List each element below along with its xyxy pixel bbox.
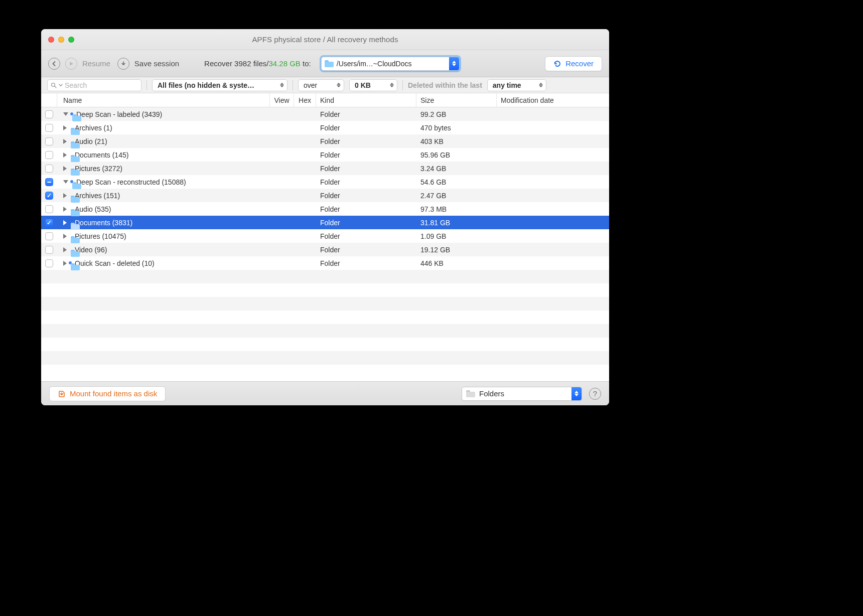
row-checkbox[interactable] (45, 178, 53, 186)
recover-icon (553, 60, 561, 68)
mount-items-button[interactable]: Mount found items as disk (49, 386, 166, 401)
col-hex[interactable]: Hex (294, 93, 316, 107)
back-button[interactable] (48, 58, 60, 70)
row-checkbox[interactable] (45, 137, 53, 145)
scan-badge-icon (70, 180, 74, 184)
row-kind: Folder (316, 192, 416, 200)
row-checkbox[interactable] (45, 151, 53, 159)
col-size[interactable]: Size (416, 93, 497, 107)
tree-row[interactable]: Audio (535)Folder97.3 MB (41, 202, 609, 216)
tree-row[interactable]: Pictures (10475)Folder1.09 GB (41, 229, 609, 243)
column-headers: Name View Hex Kind Size Modification dat… (41, 93, 609, 107)
file-tree[interactable]: Deep Scan - labeled (3439)Folder99.2 GBA… (41, 107, 609, 381)
recover-button[interactable]: Recover (545, 56, 602, 71)
row-kind: Folder (316, 246, 416, 254)
path-stepper-icon[interactable] (449, 57, 459, 70)
tree-row[interactable]: Deep Scan - reconstructed (15088)Folder5… (41, 175, 609, 189)
save-session-button[interactable] (117, 58, 129, 70)
row-size: 470 bytes (416, 124, 497, 132)
row-name: Deep Scan - labeled (3439) (76, 110, 162, 118)
row-size: 99.2 GB (416, 110, 497, 118)
disclosure-triangle-closed-icon[interactable] (63, 166, 67, 171)
deleted-within-label: Deleted within the last (408, 81, 482, 89)
disclosure-triangle-closed-icon[interactable] (63, 220, 67, 225)
chevron-updown-icon[interactable] (571, 387, 582, 400)
disclosure-triangle-closed-icon[interactable] (63, 261, 67, 266)
tree-row[interactable]: Archives (1)Folder470 bytes (41, 121, 609, 134)
row-checkbox[interactable] (45, 110, 53, 118)
col-kind[interactable]: Kind (316, 93, 416, 107)
file-filter-dropdown[interactable]: All files (no hidden & syste… (152, 79, 287, 91)
row-checkbox[interactable] (45, 259, 53, 267)
search-input[interactable]: Search (47, 79, 141, 91)
row-checkbox[interactable] (45, 246, 53, 254)
disclosure-triangle-closed-icon[interactable] (63, 234, 67, 239)
row-checkbox[interactable] (45, 192, 53, 200)
disclosure-triangle-closed-icon[interactable] (63, 247, 67, 252)
row-size: 3.24 GB (416, 165, 497, 173)
row-kind: Folder (316, 165, 416, 173)
tree-row[interactable]: Audio (21)Folder403 KB (41, 134, 609, 148)
row-size: 2.47 GB (416, 192, 497, 200)
col-check (41, 93, 57, 107)
resume-button[interactable] (65, 58, 77, 70)
row-checkbox[interactable] (45, 232, 53, 240)
row-size: 31.81 GB (416, 219, 497, 227)
empty-row (41, 338, 609, 351)
separator (147, 80, 147, 90)
tree-row[interactable]: Deep Scan - labeled (3439)Folder99.2 GB (41, 107, 609, 121)
row-kind: Folder (316, 178, 416, 186)
tree-row[interactable]: Pictures (3272)Folder3.24 GB (41, 162, 609, 175)
tree-row[interactable]: Documents (145)Folder95.96 GB (41, 148, 609, 162)
empty-row (41, 324, 609, 338)
disclosure-triangle-closed-icon[interactable] (63, 139, 67, 144)
close-window-button[interactable] (48, 37, 54, 43)
row-checkbox[interactable] (45, 219, 53, 227)
chevron-updown-icon (337, 83, 341, 87)
row-name: Audio (535) (75, 205, 111, 213)
destination-path-text: /Users/im…~CloudDocs (337, 60, 449, 68)
resume-label: Resume (82, 59, 110, 68)
col-view[interactable]: View (270, 93, 294, 107)
toolbar: Resume Save session Recover 3982 files/3… (41, 50, 609, 77)
footer-bar: Mount found items as disk Folders ? (41, 381, 609, 405)
empty-row (41, 311, 609, 324)
row-checkbox[interactable] (45, 205, 53, 213)
disclosure-triangle-open-icon[interactable] (63, 180, 68, 184)
view-mode-combo[interactable]: Folders (462, 387, 582, 401)
row-kind: Folder (316, 151, 416, 159)
tree-row[interactable]: Archives (151)Folder2.47 GB (41, 189, 609, 202)
row-checkbox[interactable] (45, 124, 53, 132)
row-size: 19.12 GB (416, 246, 497, 254)
destination-path-combo[interactable]: /Users/im…~CloudDocs (321, 57, 460, 71)
help-button[interactable]: ? (589, 388, 601, 400)
row-name: Pictures (3272) (75, 165, 122, 173)
chevron-down-icon (59, 83, 63, 87)
disclosure-triangle-closed-icon[interactable] (63, 207, 67, 212)
disclosure-triangle-closed-icon[interactable] (63, 193, 67, 198)
time-filter-dropdown[interactable]: any time (487, 79, 546, 91)
col-name[interactable]: Name (57, 93, 270, 107)
chevron-updown-icon (280, 83, 284, 87)
disclosure-triangle-open-icon[interactable] (63, 112, 68, 116)
chevron-updown-icon (539, 83, 543, 87)
tree-row[interactable]: Video (96)Folder19.12 GB (41, 243, 609, 256)
tree-row[interactable]: Documents (3831)Folder31.81 GB (41, 216, 609, 229)
time-filter-value: any time (493, 81, 521, 89)
row-kind: Folder (316, 205, 416, 213)
disclosure-triangle-closed-icon[interactable] (63, 125, 67, 130)
save-session-label: Save session (134, 59, 179, 68)
filter-bar: Search All files (no hidden & syste… ove… (41, 77, 609, 93)
zoom-window-button[interactable] (68, 37, 74, 43)
empty-row (41, 270, 609, 283)
recover-summary: Recover 3982 files/34.28 GB to: (204, 59, 311, 68)
folder-icon (466, 390, 475, 397)
size-value-dropdown[interactable]: 0 KB (349, 79, 397, 91)
tree-row[interactable]: Quick Scan - deleted (10)Folder446 KB (41, 256, 609, 270)
minimize-window-button[interactable] (58, 37, 64, 43)
row-checkbox[interactable] (45, 165, 53, 173)
col-modification-date[interactable]: Modification date (497, 93, 609, 107)
size-relation-dropdown[interactable]: over (298, 79, 344, 91)
row-size: 54.6 GB (416, 178, 497, 186)
disclosure-triangle-closed-icon[interactable] (63, 152, 67, 158)
